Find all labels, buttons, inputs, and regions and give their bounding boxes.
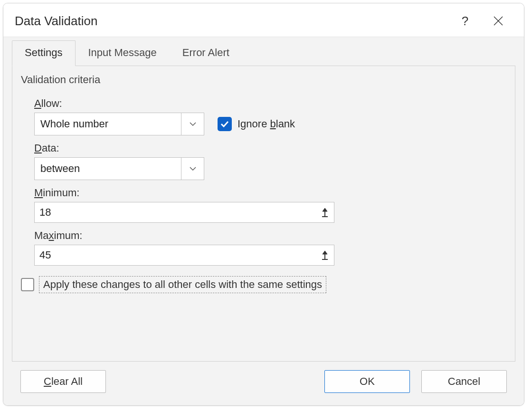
ignore-blank-label: Ignore blank — [238, 118, 295, 130]
dialog-body: Settings Input Message Error Alert Valid… — [3, 37, 524, 405]
svg-marker-6 — [323, 251, 327, 254]
data-label: Data: — [34, 142, 502, 154]
maximum-refedit[interactable] — [34, 245, 334, 266]
dialog-footer: Clear All OK Cancel — [12, 362, 515, 397]
maximum-input[interactable] — [35, 245, 316, 265]
tab-settings[interactable]: Settings — [12, 40, 76, 66]
minimum-input[interactable] — [35, 202, 316, 222]
allow-combo[interactable]: Whole number — [34, 113, 204, 135]
clear-all-button[interactable]: Clear All — [20, 370, 106, 393]
settings-panel: Validation criteria Allow: Whole number — [12, 66, 515, 362]
tab-row: Settings Input Message Error Alert — [12, 39, 515, 66]
chevron-down-icon — [190, 166, 196, 171]
minimum-refedit[interactable] — [34, 202, 334, 223]
dialog-title: Data Validation — [15, 14, 451, 29]
help-button[interactable]: ? — [451, 10, 479, 32]
chevron-down-icon — [190, 122, 196, 126]
minimum-label: Minimum: — [34, 187, 502, 199]
maximum-collapse-button[interactable] — [316, 245, 334, 265]
check-icon — [220, 121, 229, 127]
data-validation-dialog: Data Validation ? Settings Input Message… — [3, 3, 524, 406]
cancel-button[interactable]: Cancel — [421, 370, 507, 393]
apply-all-checkbox[interactable]: Apply these changes to all other cells w… — [21, 276, 502, 293]
data-combo[interactable]: between — [34, 157, 204, 180]
allow-combo-button[interactable] — [181, 113, 204, 135]
data-combo-button[interactable] — [181, 158, 204, 180]
tab-error-alert[interactable]: Error Alert — [170, 40, 242, 66]
allow-label: Allow: — [34, 97, 502, 110]
tab-input-message[interactable]: Input Message — [76, 40, 170, 66]
criteria-block: Allow: Whole number Ignore blank — [34, 91, 502, 266]
ignore-blank-checkbox[interactable]: Ignore blank — [218, 117, 295, 131]
checkbox-box — [21, 278, 34, 291]
minimum-collapse-button[interactable] — [316, 202, 334, 222]
maximum-label: Maximum: — [34, 229, 502, 242]
svg-marker-3 — [323, 208, 327, 211]
apply-all-label: Apply these changes to all other cells w… — [39, 276, 326, 293]
titlebar: Data Validation ? — [3, 3, 524, 37]
allow-combo-value: Whole number — [35, 113, 181, 135]
checkbox-box — [218, 117, 232, 131]
validation-criteria-label: Validation criteria — [21, 74, 502, 86]
collapse-range-icon — [321, 250, 329, 260]
ok-button[interactable]: OK — [324, 370, 410, 393]
close-icon — [493, 16, 504, 26]
collapse-range-icon — [321, 208, 329, 217]
data-combo-value: between — [35, 158, 181, 180]
close-button[interactable] — [484, 10, 513, 32]
